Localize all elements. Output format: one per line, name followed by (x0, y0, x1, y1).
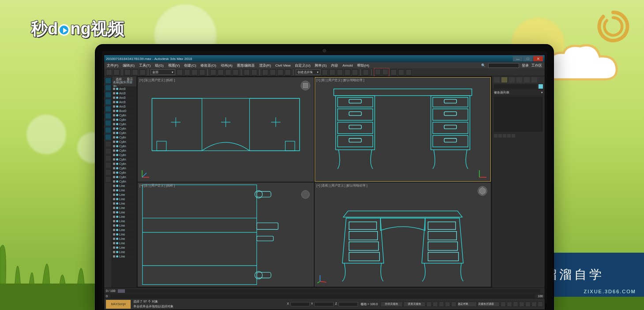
layer-button[interactable] (337, 69, 343, 75)
close-button[interactable]: ✕ (533, 56, 543, 61)
layer-item[interactable]: Line (112, 232, 136, 237)
layer-item[interactable]: Cylin (112, 131, 136, 135)
layer-list[interactable]: Arc0Arc0Arc0Arc0Arc0Box0CylinCylinCylinC… (112, 87, 136, 288)
layer-item[interactable]: Arc0 (112, 100, 136, 105)
nav-zoom-button[interactable] (501, 302, 506, 307)
percent-snap-button[interactable] (277, 69, 283, 75)
lt-tool7[interactable] (105, 120, 111, 126)
unlink-button[interactable] (132, 69, 138, 75)
window-crossing-button[interactable] (199, 69, 205, 75)
undo-button[interactable] (106, 69, 112, 75)
rotate-button[interactable] (218, 69, 224, 75)
modifier-list-label[interactable]: 修改器列表 (494, 90, 509, 95)
time-slider[interactable]: 0 / 100 (104, 288, 545, 294)
lt-tool14[interactable] (105, 176, 111, 183)
layer-item[interactable]: Line (112, 228, 136, 232)
stack-btn-1[interactable] (494, 134, 497, 138)
play-button[interactable] (439, 302, 444, 307)
lt-tool8[interactable] (105, 127, 111, 133)
material-editor-button[interactable] (363, 69, 369, 75)
lt-tool12[interactable] (105, 162, 111, 168)
nav-pan-button[interactable] (525, 302, 531, 307)
render-iter-button[interactable] (406, 69, 412, 75)
layer-item[interactable]: Cylin (112, 166, 136, 171)
search-input[interactable] (488, 63, 519, 68)
layer-item[interactable]: Cylin (112, 149, 136, 153)
layer-item[interactable]: Cylin (112, 171, 136, 175)
play-start-button[interactable] (426, 302, 432, 307)
modifier-stack[interactable] (494, 97, 543, 132)
layer-item[interactable]: Arc0 (112, 105, 136, 109)
lt-tool10[interactable] (105, 148, 111, 154)
placement-button[interactable] (233, 69, 239, 75)
play-next-button[interactable] (445, 302, 450, 307)
menu-tools[interactable]: 工具(T) (139, 63, 151, 68)
layer-item[interactable]: Line (112, 206, 136, 210)
layer-item[interactable]: Cylin (112, 118, 136, 122)
layer-item[interactable]: Cylin (112, 140, 136, 144)
lt-rotate[interactable] (105, 92, 111, 98)
coord-y[interactable] (314, 302, 334, 306)
render-button[interactable] (391, 69, 397, 75)
time-track[interactable] (118, 289, 540, 293)
key-filter-button[interactable]: 关键点过滤器 (478, 302, 500, 307)
select-button[interactable] (177, 69, 183, 75)
menu-civil[interactable]: Civil View (275, 63, 291, 67)
vp-persp-label[interactable]: [+] [透视 ] [用户定义 ] [默认明暗处理 ] (316, 183, 367, 188)
panel-tab-hierarchy[interactable] (509, 77, 515, 82)
layer-item[interactable]: Line (112, 246, 136, 250)
menu-arnold[interactable]: Arnold (343, 63, 353, 67)
vp-left-label[interactable]: [+] [左 ] [用户定义 ] [线框 ] (139, 183, 175, 188)
layer-item[interactable]: Line (112, 250, 136, 254)
ref-coord-button[interactable] (244, 69, 250, 75)
autokey-button[interactable]: 自动关键点 (380, 302, 403, 307)
viewport-front[interactable]: [+] [前 ] [用户定义 ] [默认明暗处理 ] (315, 77, 491, 182)
coord-z[interactable] (339, 302, 358, 306)
move-button[interactable] (210, 69, 216, 75)
stack-btn-4[interactable] (507, 134, 511, 138)
workspace-label[interactable]: 工作区 (531, 63, 542, 68)
lt-tool6[interactable] (105, 113, 111, 119)
key-filter-dropdown[interactable]: 选定对象 (457, 302, 477, 307)
vp-top-label[interactable]: [+] [顶 ] [用户定义 ] [线框 ] (139, 78, 175, 82)
layer-item[interactable]: Arc0 (112, 91, 136, 96)
layer-item[interactable]: Cylin (112, 122, 136, 127)
menu-content[interactable]: 内容 (331, 63, 338, 68)
stack-btn-3[interactable] (503, 134, 506, 138)
redo-button[interactable] (113, 69, 120, 75)
spinner-snap-button[interactable] (285, 69, 291, 75)
minimize-button[interactable]: — (513, 56, 523, 61)
menu-render[interactable]: 渲染(R) (259, 63, 271, 68)
bind-button[interactable] (139, 69, 146, 75)
render-frame-button[interactable] (382, 69, 388, 75)
render-prod-button[interactable] (398, 69, 404, 75)
lt-scale[interactable] (105, 99, 111, 105)
layer-item[interactable]: Cylin (112, 113, 136, 118)
layer-item[interactable]: Line (112, 193, 136, 197)
nav-orbit-button[interactable] (531, 302, 537, 307)
layer-item[interactable]: Line (112, 254, 136, 259)
stack-btn-2[interactable] (498, 134, 502, 138)
object-name-field[interactable] (494, 84, 537, 89)
layer-item[interactable]: Line (112, 184, 136, 188)
layer-item[interactable]: Cylin (112, 175, 136, 179)
maximize-button[interactable]: □ (523, 56, 533, 61)
vp-front-label[interactable]: [+] [前 ] [用户定义 ] [默认明暗处理 ] (316, 78, 364, 82)
schematic-button[interactable] (352, 69, 358, 75)
panel-tab-display[interactable] (524, 77, 530, 82)
layer-item[interactable]: Line (112, 197, 136, 202)
nav-zoomext-button[interactable] (513, 302, 518, 307)
menu-custom[interactable]: 自定义(U) (295, 63, 310, 68)
layer-item[interactable]: Line (112, 219, 136, 224)
scale-button[interactable] (225, 69, 231, 75)
mirror-button[interactable] (322, 69, 328, 75)
track-bar[interactable]: 0 100 (104, 294, 545, 298)
stack-btn-5[interactable] (512, 134, 515, 138)
layer-item[interactable]: Cylin (112, 144, 136, 149)
nav-fov-button[interactable] (519, 302, 524, 307)
layer-item[interactable]: Line (112, 224, 136, 228)
nav-zoomall-button[interactable] (507, 302, 512, 307)
setkey-button[interactable]: 设置关键点 (403, 302, 426, 307)
object-color-swatch[interactable] (539, 84, 543, 89)
layer-item[interactable]: Box0 (112, 109, 136, 113)
